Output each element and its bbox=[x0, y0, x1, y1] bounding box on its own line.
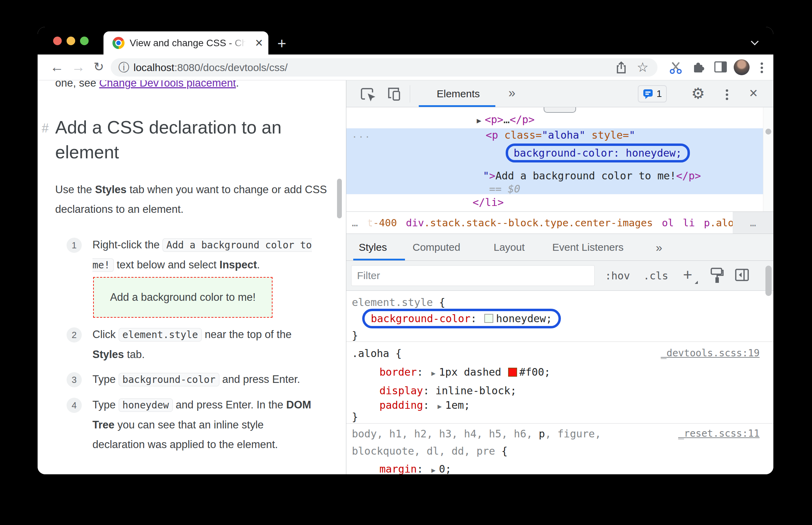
new-style-rule-button[interactable]: + bbox=[683, 261, 692, 291]
step-number: 4 bbox=[67, 398, 82, 413]
address-bar[interactable]: ⓘ localhost:8080/docs/devtools/css/ ☆ bbox=[111, 58, 657, 77]
expand-arrow-icon[interactable]: ▶ bbox=[432, 466, 436, 474]
more-panels-chevron[interactable]: » bbox=[508, 80, 515, 107]
tab-layout[interactable]: Layout bbox=[494, 234, 525, 261]
scissors-extension-icon[interactable] bbox=[669, 61, 683, 76]
css-property-name[interactable]: background-color bbox=[371, 313, 471, 325]
share-icon[interactable] bbox=[615, 61, 627, 76]
dom-open-tag-line: <p class="aloha" style=" bbox=[486, 129, 635, 141]
reload-button[interactable]: ↻ bbox=[93, 55, 104, 80]
css-declaration-margin[interactable]: margin: ▶0; bbox=[379, 463, 452, 474]
dom-scrollbar-thumb[interactable] bbox=[765, 129, 771, 135]
styles-filter-bar: :hov .cls + bbox=[346, 261, 773, 291]
breadcrumb-item[interactable]: li bbox=[683, 217, 695, 229]
inline-style-declaration[interactable]: background-color: honeydew; bbox=[514, 147, 682, 159]
forward-button[interactable]: → bbox=[71, 55, 85, 80]
breadcrumb-item[interactable]: div.stack.stack--block.type.center-image… bbox=[406, 217, 653, 229]
rule-selector-line2[interactable]: blockquote, dl, dd, pre { bbox=[352, 445, 508, 457]
dom-node-collapsed-p[interactable]: ▶<p>…</p> bbox=[477, 113, 535, 126]
back-button[interactable]: ← bbox=[50, 55, 64, 80]
rule-aloha: .aloha { _devtools.scss:19 border: ▶1px … bbox=[346, 342, 773, 424]
rule-selector-line1[interactable]: body, h1, h2, h3, h4, h5, h6, p, figure, bbox=[352, 428, 601, 440]
filter-input[interactable] bbox=[351, 265, 595, 286]
browser-window: View and change CSS - Chrome × + ← → ↻ ⓘ… bbox=[38, 27, 773, 474]
toggle-classes-button[interactable]: .cls bbox=[643, 261, 668, 291]
rule-close-brace: } bbox=[352, 411, 358, 423]
breadcrumb: … t-400 div.stack.stack--block.type.cent… bbox=[346, 211, 773, 234]
tab-event-listeners[interactable]: Event Listeners bbox=[552, 234, 624, 261]
bookmark-star-icon[interactable]: ☆ bbox=[637, 58, 648, 77]
step-number: 2 bbox=[67, 327, 82, 343]
intro-paragraph: Use the Styles tab when you want to chan… bbox=[55, 180, 331, 219]
issues-badge-button[interactable]: 1 bbox=[638, 85, 667, 102]
css-declaration-display[interactable]: display: inline-block; bbox=[379, 385, 516, 397]
devtools-toolbar: Elements » 1 ⚙ × bbox=[346, 80, 773, 107]
profile-avatar[interactable] bbox=[734, 59, 750, 75]
devtools-menu-icon[interactable] bbox=[726, 88, 728, 102]
source-link[interactable]: _reset.scss:11 bbox=[678, 428, 760, 439]
rule-close-brace: } bbox=[352, 329, 358, 341]
zoom-window-button[interactable] bbox=[80, 37, 89, 45]
extensions-puzzle-icon[interactable] bbox=[692, 61, 705, 76]
toggle-hover-state-button[interactable]: :hov bbox=[605, 261, 630, 291]
message-bubble-icon bbox=[643, 88, 654, 99]
settings-gear-icon[interactable]: ⚙ bbox=[691, 80, 705, 107]
styles-scrollbar-thumb[interactable] bbox=[765, 266, 772, 296]
dom-tree: ▶<p>…</p> ··· <p class="aloha" style=" b… bbox=[346, 107, 773, 211]
color-swatch-honeydew[interactable] bbox=[484, 314, 493, 323]
close-devtools-icon[interactable]: × bbox=[749, 80, 758, 107]
tab-styles[interactable]: Styles bbox=[359, 234, 387, 261]
styles-tab-bar: Styles Computed Layout Event Listeners » bbox=[346, 234, 773, 261]
show-sidebar-icon[interactable] bbox=[735, 268, 749, 283]
tab-elements[interactable]: Elements bbox=[437, 80, 480, 107]
more-tabs-chevron[interactable]: » bbox=[656, 234, 662, 261]
declaration-highlight-ring: background-color: honeydew; bbox=[362, 309, 561, 328]
new-tab-button[interactable]: + bbox=[277, 36, 286, 51]
rule-selector-line: element.style { bbox=[352, 296, 445, 308]
inline-code: honeydew bbox=[119, 398, 173, 412]
site-info-icon[interactable]: ⓘ bbox=[118, 58, 129, 77]
step-number: 3 bbox=[67, 372, 82, 387]
expand-node-icon[interactable]: ▶ bbox=[477, 116, 481, 125]
step-2: Click element.style near the top of the … bbox=[92, 325, 318, 364]
titlebar: View and change CSS - Chrome × + bbox=[38, 27, 773, 55]
minimize-window-button[interactable] bbox=[67, 37, 75, 45]
css-declaration-padding[interactable]: padding: ▶1em; bbox=[379, 399, 470, 411]
doc-scrollbar-thumb[interactable] bbox=[337, 179, 342, 218]
demo-paragraph-aloha[interactable]: Add a background color to me! bbox=[93, 277, 273, 318]
close-window-button[interactable] bbox=[53, 37, 62, 45]
breadcrumb-overflow-left[interactable]: … bbox=[352, 217, 358, 229]
inline-code: element.style bbox=[119, 328, 202, 341]
dom-scrollbar-track[interactable] bbox=[763, 107, 773, 211]
dom-close-li[interactable]: </li> bbox=[473, 196, 504, 208]
hidden-gutter-dots: ··· bbox=[352, 132, 371, 142]
css-declaration-border[interactable]: border: ▶1px dashed #f00; bbox=[379, 366, 551, 378]
side-panel-icon[interactable] bbox=[714, 61, 727, 72]
browser-menu-icon[interactable] bbox=[761, 61, 763, 75]
change-devtools-placement-link[interactable]: Change DevTools placement bbox=[99, 80, 236, 89]
devtools-panel: Elements » 1 ⚙ × ▶<p>…</ bbox=[346, 80, 773, 474]
tab-computed[interactable]: Computed bbox=[413, 234, 460, 261]
chevron-down-icon[interactable] bbox=[751, 38, 759, 46]
element-style-selector[interactable]: element.style bbox=[352, 296, 433, 308]
inspect-element-icon[interactable] bbox=[360, 87, 376, 104]
breadcrumb-overflow-right[interactable]: … bbox=[733, 212, 773, 234]
expand-arrow-icon[interactable]: ▶ bbox=[432, 369, 436, 377]
rendering-emulation-icon[interactable] bbox=[709, 267, 724, 286]
tab-close-icon[interactable]: × bbox=[255, 36, 263, 50]
tab-title: View and change CSS - Chrome bbox=[130, 31, 247, 55]
active-tab-underline bbox=[353, 259, 405, 260]
color-swatch-red[interactable] bbox=[508, 368, 517, 377]
device-toolbar-icon[interactable] bbox=[386, 86, 402, 103]
source-link[interactable]: _devtools.scss:19 bbox=[661, 347, 760, 359]
page-title: Add a CSS declaration to an element bbox=[55, 115, 321, 165]
selected-dom-node[interactable]: ··· <p class="aloha" style=" background-… bbox=[346, 128, 763, 194]
dollar-zero-line: == $0 bbox=[489, 183, 520, 195]
breadcrumb-item[interactable]: ol bbox=[662, 217, 674, 229]
rule-selector[interactable]: .aloha { bbox=[352, 347, 402, 359]
expand-arrow-icon[interactable]: ▶ bbox=[438, 402, 442, 410]
breadcrumb-item[interactable]: t-400 bbox=[367, 217, 397, 229]
heading-anchor-hash[interactable]: # bbox=[42, 121, 49, 136]
browser-tab[interactable]: View and change CSS - Chrome × bbox=[103, 31, 268, 55]
css-property-value[interactable]: honeydew; bbox=[496, 313, 552, 325]
